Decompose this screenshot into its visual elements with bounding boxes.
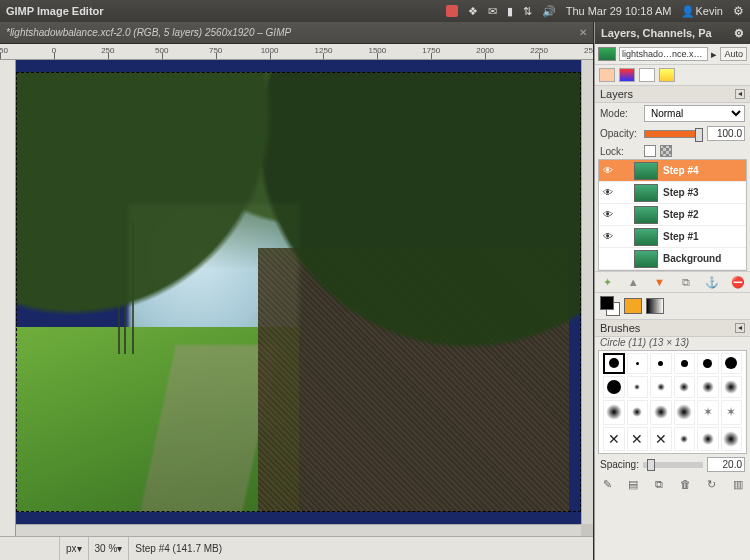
ruler-vertical[interactable] [0,60,16,536]
battery-icon[interactable]: ▮ [507,5,513,18]
opacity-input[interactable]: 100.0 [707,126,745,141]
anchor-layer-button[interactable] [705,275,719,289]
layer-thumbnail[interactable] [634,228,658,246]
new-brush-button[interactable]: ▤ [626,478,640,492]
image-selector-arrow-icon[interactable]: ▸ [711,48,717,61]
brush-item[interactable] [650,376,672,399]
opacity-slider[interactable] [644,130,703,138]
brush-item[interactable] [697,376,719,399]
brush-item[interactable] [627,427,649,452]
layer-row[interactable]: Step #3 [599,182,746,204]
layer-row[interactable]: Background [599,248,746,270]
brush-grid[interactable] [598,350,747,454]
image-titlebar[interactable]: *lightshadowbalance.xcf-2.0 (RGB, 5 laye… [0,22,593,44]
brush-item[interactable] [650,400,672,425]
scrollbar-vertical[interactable] [581,60,593,524]
brush-item[interactable] [721,427,743,452]
delete-layer-button[interactable] [731,275,745,289]
layer-thumbnail[interactable] [634,184,658,202]
delete-brush-button[interactable]: 🗑 [679,478,693,492]
layers-list[interactable]: Step #4Step #3Step #2Step #1Background [598,159,747,271]
clock[interactable]: Thu Mar 29 10:18 AM [566,5,672,17]
dock-titlebar[interactable]: Layers, Channels, Pa ⚙ [595,22,750,44]
layer-actions-bar [595,271,750,293]
brush-item[interactable] [603,376,625,399]
spacing-slider[interactable] [643,462,703,468]
volume-icon[interactable]: 🔊 [542,5,556,18]
layer-visibility-icon[interactable] [599,187,617,198]
layer-visibility-icon[interactable] [599,165,617,176]
edit-brush-button[interactable]: ✎ [600,478,614,492]
raise-layer-button[interactable] [626,275,640,289]
image-selector-thumb[interactable] [598,47,616,61]
layer-name[interactable]: Step #3 [661,187,746,198]
refresh-brush-button[interactable]: ↻ [705,478,719,492]
brush-item[interactable] [697,353,719,374]
user-menu[interactable]: 👤 Kevin [681,5,723,18]
auto-button[interactable]: Auto [720,47,747,61]
mode-dropdown[interactable]: Normal [644,105,745,122]
layer-row[interactable]: Step #2 [599,204,746,226]
brush-item[interactable] [674,353,696,374]
spacing-input[interactable]: 20.0 [707,457,745,472]
brush-item[interactable] [697,400,719,425]
scrollbar-horizontal[interactable] [16,524,581,536]
brush-item[interactable] [674,400,696,425]
brush-item[interactable] [603,400,625,425]
brush-item[interactable] [674,376,696,399]
layer-visibility-icon[interactable] [599,209,617,220]
new-layer-button[interactable] [600,275,614,289]
layer-name[interactable]: Step #4 [661,165,746,176]
pattern-swatch[interactable] [624,298,642,314]
brush-item[interactable] [697,427,719,452]
fg-bg-swatch[interactable] [600,296,620,316]
duplicate-brush-button[interactable]: ⧉ [652,478,666,492]
layer-row[interactable]: Step #1 [599,226,746,248]
layer-name[interactable]: Step #1 [661,231,746,242]
layer-thumbnail[interactable] [634,250,658,268]
open-brush-button[interactable]: ▥ [731,478,745,492]
mail-icon[interactable]: ✉ [488,5,497,18]
record-indicator-icon[interactable] [446,5,458,17]
lower-layer-button[interactable] [652,275,666,289]
ruler-horizontal[interactable]: -250025050075010001250150017502000225025… [0,44,593,60]
network-icon[interactable]: ⇅ [523,5,532,18]
layer-thumbnail[interactable] [634,162,658,180]
layers-panel-menu-icon[interactable]: ◂ [735,89,745,99]
tab-paths-icon[interactable] [639,68,655,82]
tab-channels-icon[interactable] [619,68,635,82]
duplicate-layer-button[interactable] [679,275,693,289]
brush-item[interactable] [627,376,649,399]
unit-selector[interactable]: px ▾ [60,537,89,560]
brush-item[interactable] [603,427,625,452]
gradient-swatch[interactable] [646,298,664,314]
layer-name[interactable]: Step #2 [661,209,746,220]
tab-layers-icon[interactable] [599,68,615,82]
tab-undo-icon[interactable] [659,68,675,82]
brush-item[interactable] [603,353,625,374]
image-content[interactable] [16,72,581,512]
layer-thumbnail[interactable] [634,206,658,224]
brush-item[interactable] [674,427,696,452]
layer-row[interactable]: Step #4 [599,160,746,182]
brush-item[interactable] [650,353,672,374]
close-icon[interactable]: ✕ [579,27,587,38]
system-gear-icon[interactable] [733,4,744,18]
brushes-panel-menu-icon[interactable]: ◂ [735,323,745,333]
layer-visibility-icon[interactable] [599,231,617,242]
lock-pixels-checkbox[interactable] [644,145,656,157]
brush-item[interactable] [650,427,672,452]
brush-item[interactable] [721,400,743,425]
brush-item[interactable] [721,376,743,399]
navigation-icon[interactable] [581,524,593,536]
gear-icon[interactable]: ⚙ [734,27,744,40]
zoom-selector[interactable]: 30 % ▾ [89,537,130,560]
brush-item[interactable] [627,353,649,374]
lock-alpha-checkbox[interactable] [660,145,672,157]
canvas-viewport[interactable] [16,60,593,536]
bluetooth-icon[interactable]: ❖ [468,5,478,18]
image-selector-dropdown[interactable]: lightshado…nce.xcf-2 [619,47,708,61]
brush-item[interactable] [721,353,743,374]
brush-item[interactable] [627,400,649,425]
layer-name[interactable]: Background [661,253,746,264]
